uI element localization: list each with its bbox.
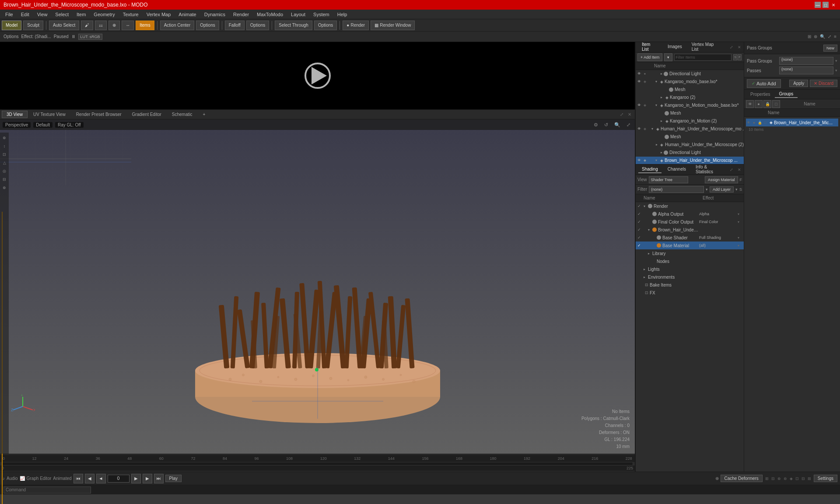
menu-vertex-map[interactable]: Vertex Map [143, 11, 175, 18]
tab-gradient-editor[interactable]: Gradient Editor [127, 111, 166, 118]
action-center-button[interactable]: Action Center [160, 21, 195, 30]
menu-texture[interactable]: Texture [119, 11, 142, 18]
shader-item-library[interactable]: ▸ Library [636, 249, 744, 257]
group-cb-icon[interactable]: □ [763, 119, 768, 126]
group-lock-icon[interactable]: 🔒 [757, 119, 762, 126]
shader-item-bake[interactable]: ⊟ Bake Items [636, 281, 744, 289]
groups-lock-icon[interactable]: 🔒 [763, 100, 771, 108]
add-item-dropdown[interactable]: ▾ [664, 53, 672, 61]
transport-icon-6[interactable]: ⊡ [794, 476, 800, 481]
shader-tree-dropdown[interactable]: Shader Tree [649, 176, 688, 183]
shader-tree-content[interactable]: ✓ ▾ Render ✓ Alpha Output Alpha ▾ [636, 202, 744, 472]
s-filter-label[interactable]: S [739, 187, 742, 192]
menu-geometry[interactable]: Geometry [90, 11, 118, 18]
close-button[interactable]: ✕ [830, 2, 836, 8]
filter-items-input[interactable]: Filter Items [674, 54, 732, 61]
filter-dropdown[interactable]: (none) [649, 186, 704, 193]
animated-label[interactable]: Animated [53, 476, 71, 481]
passes-dropdown[interactable]: (none) [779, 66, 833, 74]
eye-icon[interactable]: 👁 [637, 158, 642, 163]
tab-shading[interactable]: Shading [638, 166, 662, 173]
f-button[interactable]: F [738, 54, 742, 60]
sculpt-button[interactable]: Sculpt [23, 21, 43, 30]
menu-animate[interactable]: Animate [175, 11, 200, 18]
cache-deformers-button[interactable]: Cache Deformers [721, 475, 763, 482]
expand-icon[interactable]: ⤢ [828, 34, 831, 39]
render-vis-check[interactable]: ✓ [637, 204, 644, 208]
shader-item-fx[interactable]: ⊡ FX [636, 289, 744, 297]
render-vis-icon[interactable]: ◈ [642, 79, 648, 84]
tree-node-kangaroo-base[interactable]: ▾ ◈ Kangaroo_modo_base.lxo* [652, 78, 744, 86]
groups-eye-icon[interactable]: 👁 [746, 100, 754, 108]
transport-icon-5[interactable]: ◈ [789, 476, 794, 481]
passes-arrow[interactable]: ▾ [835, 68, 837, 73]
render-window-button[interactable]: ▦ Render Window [371, 21, 415, 30]
tool-btn-1[interactable]: ⚏ [95, 21, 107, 30]
tree-node-human-hair-child[interactable]: ▸ ◈ Human_Hair_Under_the_Microscope (2) [648, 141, 744, 149]
transport-icon-3[interactable]: ⊕ [777, 476, 782, 481]
menu-help[interactable]: Help [334, 11, 351, 18]
vp-icon-6[interactable]: ⊟ [1, 176, 8, 183]
play-reverse-button[interactable]: ◄ [96, 474, 106, 483]
close-panel-icon[interactable]: ✕ [736, 45, 741, 49]
more-icon[interactable]: ≡ [834, 34, 836, 39]
tree-node-kangaroo-motion-child[interactable]: ▸ ◈ Kangaroo_in_Motion (2) [652, 117, 744, 125]
current-frame-display[interactable]: 0 [108, 475, 130, 483]
transport-icon-2[interactable]: ⊟ [770, 476, 776, 481]
shader-item-final-color[interactable]: ✓ Final Color Output Final Color ▾ [636, 218, 744, 226]
tab-item-list[interactable]: Item List [638, 41, 662, 53]
render-vis-icon[interactable]: ◈ [642, 126, 648, 132]
tab-3d-view[interactable]: 3D View [2, 111, 28, 118]
magnet-icon[interactable]: ⊛ [814, 34, 817, 39]
render-vis-icon[interactable]: ◈ [642, 103, 648, 108]
menu-render[interactable]: Render [230, 11, 252, 18]
vp-expand-icon[interactable]: ⤢ [625, 122, 632, 128]
menu-system[interactable]: System [310, 11, 333, 18]
skip-start-button[interactable]: ⏮ [74, 474, 83, 483]
transport-icon-8[interactable]: ⊞ [807, 476, 812, 481]
vp-icon-5[interactable]: ◎ [1, 168, 8, 175]
base-shader-vis[interactable]: ✓ [637, 235, 644, 240]
tree-node-mesh-1[interactable]: Mesh [652, 86, 744, 94]
menu-item[interactable]: Item [73, 11, 89, 18]
select-through-button[interactable]: Select Through [275, 21, 312, 30]
graph-editor-icon[interactable]: 📈 [20, 476, 25, 481]
audio-icon[interactable]: ♪ [3, 476, 5, 481]
tree-node-kangaroo-motion[interactable]: ▾ ◈ Kangaroo_in_Motion_modo_base.lxo* [652, 102, 744, 109]
menu-layout[interactable]: Layout [287, 11, 309, 18]
menu-file[interactable]: File [2, 11, 17, 18]
shader-item-lights[interactable]: ▸ Lights [636, 265, 744, 273]
group-render-icon[interactable]: ● [752, 119, 756, 126]
tab-vertex-map[interactable]: Vertex Map List [688, 41, 724, 53]
menu-dynamics[interactable]: Dynamics [201, 11, 229, 18]
tab-add[interactable]: + [198, 111, 210, 118]
shader-item-nodes[interactable]: Nodes [636, 257, 744, 265]
tree-node-kangaroo[interactable]: ▸ ◈ Kangaroo (2) [652, 94, 744, 102]
perspective-label[interactable]: Perspective [3, 122, 31, 128]
item-list-content[interactable]: 👁 ● ▸ Directional Light 👁 ◈ [636, 70, 744, 164]
tool-btn-2[interactable]: ⊕ [108, 21, 120, 30]
audio-label[interactable]: Audio [7, 476, 18, 481]
expand-shading-icon[interactable]: ⤢ [730, 168, 733, 172]
vp-refresh-icon[interactable]: ↺ [602, 122, 610, 128]
cache-icon[interactable]: ⊕ [715, 476, 719, 481]
viewport-3d[interactable]: Perspective Default Ray GL: Off ⚙ ↺ 🔍 ⤢ … [0, 119, 635, 454]
discard-button[interactable]: ✕ Discard [810, 80, 837, 87]
items-button[interactable]: Items [136, 21, 154, 30]
effect-dropdown-final[interactable]: ▾ [738, 220, 742, 224]
vp-icon-1[interactable]: ⊕ [1, 134, 8, 141]
f-label[interactable]: F [740, 178, 742, 182]
brown-vis-check[interactable]: ✓ [637, 228, 644, 232]
shader-item-render[interactable]: ✓ ▾ Render [636, 202, 744, 210]
shader-item-environments[interactable]: ▸ Environments [636, 273, 744, 281]
minimize-button[interactable]: — [815, 2, 821, 8]
auto-add-button[interactable]: ✓ Auto Add [747, 79, 781, 88]
falloff-button[interactable]: Falloff [225, 21, 245, 30]
add-layer-button[interactable]: Add Layer [710, 186, 734, 192]
pause-icon[interactable]: ⏸ [71, 34, 76, 39]
ray-gl-label[interactable]: Ray GL: Off [55, 122, 84, 128]
add-item-button[interactable]: + Add Item [637, 53, 662, 61]
menu-edit[interactable]: Edit [18, 11, 33, 18]
close-shading-icon[interactable]: ✕ [736, 168, 741, 172]
tab-images[interactable]: Images [664, 43, 686, 51]
